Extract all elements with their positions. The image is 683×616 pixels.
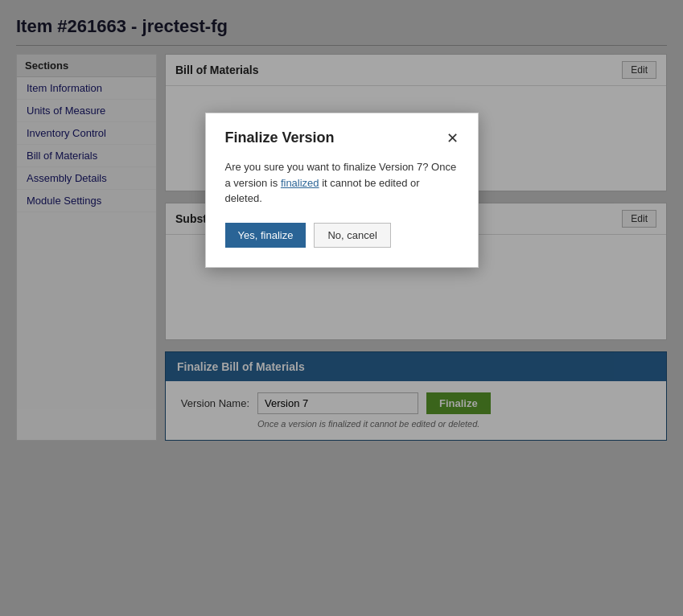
modal-body-text: Are you sure you want to finalize Versio… bbox=[225, 161, 457, 204]
modal-title: Finalize Version bbox=[225, 129, 335, 146]
no-cancel-button[interactable]: No, cancel bbox=[314, 223, 390, 248]
modal-actions: Yes, finalize No, cancel bbox=[225, 223, 459, 248]
finalized-word: finalized bbox=[281, 177, 319, 189]
modal-title-row: Finalize Version ✕ bbox=[225, 129, 459, 146]
yes-finalize-button[interactable]: Yes, finalize bbox=[225, 223, 307, 248]
modal-body: Are you sure you want to finalize Versio… bbox=[225, 159, 459, 207]
modal-overlay[interactable]: Finalize Version ✕ Are you sure you want… bbox=[0, 0, 683, 616]
finalize-modal: Finalize Version ✕ Are you sure you want… bbox=[205, 113, 479, 268]
modal-close-button[interactable]: ✕ bbox=[446, 131, 459, 146]
